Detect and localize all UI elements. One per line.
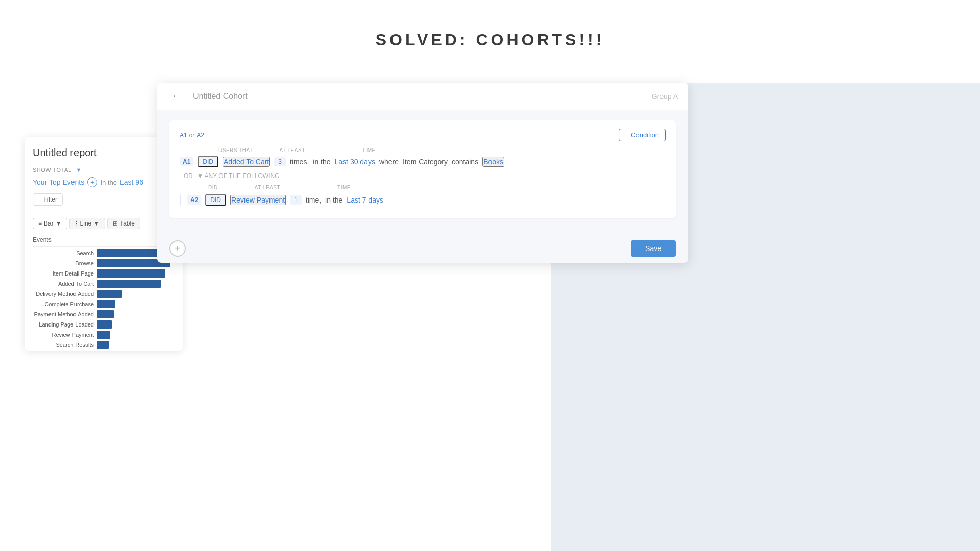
bar-row-search: Search xyxy=(33,249,175,257)
bar-container-review-payment: 1.1K xyxy=(97,331,175,339)
bar-row-browse: Browse xyxy=(33,259,175,267)
at-least-dropdown-2: Last 7 days xyxy=(347,196,383,204)
bar-row-complete-purchase: Complete Purchase 1.4K xyxy=(33,300,175,308)
bar-row-search-results: Search Results 1K xyxy=(33,341,175,349)
count1: 3 xyxy=(274,157,286,166)
condition-block-header: A1 or A2 + Condition xyxy=(180,129,666,141)
bar-label-search: Search xyxy=(33,250,94,256)
at-least-label-2: AT LEAST xyxy=(255,185,280,190)
cohort-header: ← Untitled Cohort Group A xyxy=(157,83,688,110)
a1-label: A1 xyxy=(180,132,187,139)
where-text: where xyxy=(379,158,399,166)
at-least-label-1: AT LEAST xyxy=(279,147,305,153)
bar-label-delivery: Delivery Method Added xyxy=(33,291,94,297)
bar-fill-item-detail xyxy=(97,269,165,278)
bar-fill-review-payment: 1.1K xyxy=(97,331,110,339)
bar-value-landing-page: 1.2K xyxy=(161,321,173,328)
in-the-text: in the xyxy=(101,179,117,186)
chart-controls: ≡ Bar ▼ ⌇ Line ▼ ⊞ Table xyxy=(33,218,175,229)
operator-text: contains xyxy=(452,158,478,166)
report-title: Untitled report xyxy=(33,147,175,159)
bar-value-payment-method: 1.3K xyxy=(161,311,173,317)
bar-row-item-detail: Item Detail Page xyxy=(33,269,175,278)
a2-badge: A2 xyxy=(187,195,201,205)
add-group-button[interactable]: + xyxy=(169,240,186,257)
line-icon: ⌇ xyxy=(75,220,78,227)
bar-container-landing-page: 1.2K xyxy=(97,320,175,329)
bar-value-search-results: 1K xyxy=(166,342,173,348)
bar-label-search-results: Search Results xyxy=(33,342,94,348)
bar-value-complete-purchase: 1.4K xyxy=(161,301,173,307)
bar-container-added-to-cart: 6.3K xyxy=(97,280,175,288)
bar-fill-complete-purchase: 1.4K xyxy=(97,300,115,308)
time-label-1: TIME xyxy=(362,147,376,153)
line-chevron-icon: ▼ xyxy=(93,220,100,227)
your-top-events-button[interactable]: Your Top Events xyxy=(33,178,84,186)
cohort-title: Untitled Cohort xyxy=(193,92,644,101)
page-title: SOLVED: COHORTS!!! xyxy=(0,0,980,49)
filter-button[interactable]: + Filter xyxy=(33,193,63,206)
count2: 1 xyxy=(290,195,302,205)
value1-button[interactable]: Books xyxy=(482,157,504,167)
line-chart-button[interactable]: ⌇ Line ▼ xyxy=(69,218,106,229)
a1-badge: A1 xyxy=(180,157,193,166)
show-total-button[interactable]: ▼ xyxy=(76,167,82,173)
event2-button[interactable]: Review Payment xyxy=(230,195,286,205)
rule2-meta: DID AT LEAST TIME xyxy=(180,185,666,190)
bar-label-complete-purchase: Complete Purchase xyxy=(33,301,94,307)
add-event-button[interactable]: + xyxy=(87,177,97,187)
bar-container-complete-purchase: 1.4K xyxy=(97,300,175,308)
last-value: Last 96 xyxy=(120,178,143,186)
period1-button[interactable]: Last 30 days xyxy=(335,158,375,166)
or-separator: OR ▼ ANY OF THE FOLLOWING xyxy=(180,172,666,180)
did-dropdown-1[interactable]: DID xyxy=(198,156,218,167)
bar-value-added-to-cart: 6.3K xyxy=(161,281,173,287)
at-least-dropdown-1: Last 30 days xyxy=(335,158,375,166)
times1: times, xyxy=(290,158,309,166)
events-header: Events ⇅ xyxy=(33,233,175,247)
report-controls: SHOW TOTAL ▼ TIME xyxy=(33,167,175,173)
a2-label: A2 xyxy=(197,132,204,139)
condition-block: A1 or A2 + Condition USERS THAT AT LEAST… xyxy=(169,120,676,218)
table-chart-button[interactable]: ⊞ Table xyxy=(107,218,140,229)
events-column-label: Events xyxy=(33,236,52,243)
condition-ids: A1 or A2 xyxy=(180,132,204,139)
times2: time, xyxy=(306,196,321,204)
bar-value-delivery: 2.2K xyxy=(161,291,173,297)
period2-button[interactable]: Last 7 days xyxy=(347,196,383,204)
cohort-body: A1 or A2 + Condition USERS THAT AT LEAST… xyxy=(157,110,688,234)
users-that-label: USERS THAT xyxy=(218,147,253,153)
rule1-row: A1 DID Added To Cart 3 times, in the Las… xyxy=(180,156,666,167)
bar-container-delivery: 2.2K xyxy=(97,290,175,298)
cohort-panel: ← Untitled Cohort Group A A1 or A2 + Con… xyxy=(157,83,688,263)
bar-fill-payment-method: 1.3K xyxy=(97,310,114,318)
bar-chart-button[interactable]: ≡ Bar ▼ xyxy=(33,218,67,229)
bar-container-item-detail xyxy=(97,269,175,278)
bar-chevron-icon: ▼ xyxy=(56,220,62,227)
bar-label-browse: Browse xyxy=(33,260,94,266)
in-the-1: in the xyxy=(313,158,330,166)
table-icon: ⊞ xyxy=(113,220,118,227)
did-dropdown-2[interactable]: DID xyxy=(205,194,226,206)
or-connector: or xyxy=(189,132,195,139)
bar-value-review-payment: 1.1K xyxy=(161,332,173,338)
bar-row-landing-page: Landing Page Loaded 1.2K xyxy=(33,320,175,329)
bar-row-payment-method: Payment Method Added 1.3K xyxy=(33,310,175,318)
rule2-row: A2 DID Review Payment 1 time, in the Las… xyxy=(180,194,666,206)
add-condition-button[interactable]: + Condition xyxy=(619,129,666,141)
save-button[interactable]: Save xyxy=(631,240,676,257)
bar-container-search-results: 1K xyxy=(97,341,175,349)
bar-fill-delivery: 2.2K xyxy=(97,290,122,298)
bar-fill-search-results: 1K xyxy=(97,341,109,349)
any-of-following: ▼ ANY OF THE FOLLOWING xyxy=(197,172,279,180)
event1-button[interactable]: Added To Cart xyxy=(223,157,270,167)
bar-container-payment-method: 1.3K xyxy=(97,310,175,318)
rule1-meta: USERS THAT AT LEAST TIME xyxy=(180,147,666,153)
bar-icon: ≡ xyxy=(38,220,42,227)
bar-label-landing-page: Landing Page Loaded xyxy=(33,321,94,328)
bar-row-delivery: Delivery Method Added 2.2K xyxy=(33,290,175,298)
in-the-2: in the xyxy=(325,196,342,204)
back-button[interactable]: ← xyxy=(167,90,185,103)
bar-label-review-payment: Review Payment xyxy=(33,332,94,338)
events-row: Your Top Events + in the Last 96 xyxy=(33,177,175,187)
